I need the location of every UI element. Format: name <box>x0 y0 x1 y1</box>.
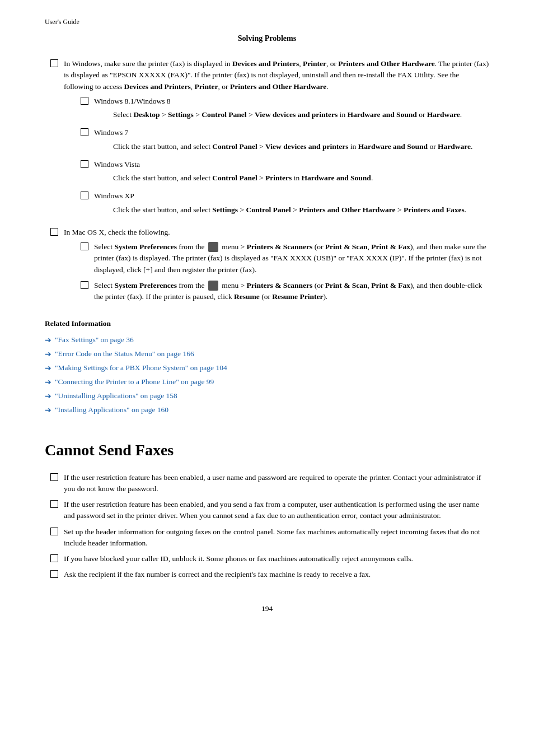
mac1-content: Select System Preferences from the menu … <box>94 241 489 276</box>
win81-content: Windows 8.1/Windows 8 Select Desktop > S… <box>94 96 489 123</box>
windows-content: In Windows, make sure the printer (fax) … <box>64 58 489 222</box>
checkbox-windows <box>50 59 58 67</box>
checkbox-cs4 <box>50 554 58 562</box>
arrow-icon-2: ➔ <box>45 348 51 360</box>
mac-bullet: In Mac OS X, check the following. Select… <box>45 227 489 307</box>
related-links-list: ➔ "Fax Settings" on page 36 ➔ "Error Cod… <box>45 334 489 416</box>
mac-sub-item-1: Select System Preferences from the menu … <box>81 241 489 276</box>
win7-content: Windows 7 Click the start button, and se… <box>94 127 489 155</box>
checkbox-winxp <box>81 192 88 199</box>
link-uninstalling[interactable]: "Uninstalling Applications" on page 158 <box>55 390 177 402</box>
cs1-content: If the user restriction feature has been… <box>64 472 489 495</box>
mac-sub-list: Select System Preferences from the menu … <box>64 241 489 302</box>
link-item-2: ➔ "Error Code on the Status Menu" on pag… <box>45 348 489 360</box>
winxp-content: Windows XP Click the start button, and s… <box>94 190 489 218</box>
link-item-3: ➔ "Making Settings for a PBX Phone Syste… <box>45 362 489 374</box>
winvista-detail: Click the start button, and select Contr… <box>94 172 489 184</box>
checkbox-cs1 <box>50 473 58 481</box>
mac-content: In Mac OS X, check the following. Select… <box>64 227 489 307</box>
windows-bullet: In Windows, make sure the printer (fax) … <box>45 58 489 222</box>
related-info-heading: Related Information <box>45 318 489 329</box>
checkbox-cs2 <box>50 500 58 508</box>
apple-icon-1 <box>208 242 218 252</box>
cannot-send-list: If the user restriction feature has been… <box>45 472 489 581</box>
link-fax-settings[interactable]: "Fax Settings" on page 36 <box>55 334 134 346</box>
link-item-1: ➔ "Fax Settings" on page 36 <box>45 334 489 346</box>
checkbox-win7 <box>81 128 88 136</box>
cannot-send-item-3: Set up the header information for outgoi… <box>45 526 489 549</box>
link-pbx[interactable]: "Making Settings for a PBX Phone System"… <box>55 362 227 374</box>
cs4-content: If you have blocked your caller ID, unbl… <box>64 553 489 564</box>
cannot-send-item-2: If the user restriction feature has been… <box>45 499 489 522</box>
win81-detail: Select Desktop > Settings > Control Pane… <box>94 109 489 120</box>
arrow-icon-4: ➔ <box>45 376 51 388</box>
winxp-detail: Click the start button, and select Setti… <box>94 204 489 216</box>
cannot-send-item-5: Ask the recipient if the fax number is c… <box>45 569 489 580</box>
windows-xp-item: Windows XP Click the start button, and s… <box>81 190 489 218</box>
link-item-6: ➔ "Installing Applications" on page 160 <box>45 404 489 416</box>
page-number: 194 <box>45 603 489 614</box>
mac-sub-item-2: Select System Preferences from the menu … <box>81 280 489 303</box>
checkbox-mac2 <box>81 281 88 289</box>
checkbox-cs5 <box>50 570 58 578</box>
link-item-5: ➔ "Uninstalling Applications" on page 15… <box>45 390 489 402</box>
checkbox-mac1 <box>81 242 88 250</box>
cannot-send-item-1: If the user restriction feature has been… <box>45 472 489 495</box>
checkbox-winvista <box>81 160 88 168</box>
cs5-content: Ask the recipient if the fax number is c… <box>64 569 489 580</box>
cs3-content: Set up the header information for outgoi… <box>64 526 489 549</box>
related-info-section: Related Information ➔ "Fax Settings" on … <box>45 318 489 416</box>
cannot-send-heading: Cannot Send Faxes <box>45 438 489 462</box>
windows-sub-list: Windows 8.1/Windows 8 Select Desktop > S… <box>64 96 489 218</box>
arrow-icon-5: ➔ <box>45 390 51 402</box>
link-installing[interactable]: "Installing Applications" on page 160 <box>55 404 168 416</box>
windows-81-item: Windows 8.1/Windows 8 Select Desktop > S… <box>81 96 489 123</box>
cannot-send-item-4: If you have blocked your caller ID, unbl… <box>45 553 489 564</box>
checkbox-win81 <box>81 97 88 105</box>
arrow-icon-6: ➔ <box>45 404 51 416</box>
checkbox-mac <box>50 228 58 236</box>
link-connecting[interactable]: "Connecting the Printer to a Phone Line"… <box>55 376 214 388</box>
cs2-content: If the user restriction feature has been… <box>64 499 489 522</box>
apple-icon-2 <box>208 281 218 291</box>
cannot-send-section: Cannot Send Faxes If the user restrictio… <box>45 438 489 581</box>
link-error-code[interactable]: "Error Code on the Status Menu" on page … <box>55 348 194 360</box>
mac2-content: Select System Preferences from the menu … <box>94 280 489 303</box>
link-item-4: ➔ "Connecting the Printer to a Phone Lin… <box>45 376 489 388</box>
main-bullet-list: In Windows, make sure the printer (fax) … <box>45 58 489 307</box>
windows-7-item: Windows 7 Click the start button, and se… <box>81 127 489 155</box>
user-guide-label: User's Guide <box>45 17 489 27</box>
windows-vista-item: Windows Vista Click the start button, an… <box>81 159 489 186</box>
page-title: Solving Problems <box>45 32 489 44</box>
arrow-icon-1: ➔ <box>45 334 51 346</box>
checkbox-cs3 <box>50 528 58 535</box>
arrow-icon-3: ➔ <box>45 362 51 374</box>
winvista-content: Windows Vista Click the start button, an… <box>94 159 489 186</box>
win7-detail: Click the start button, and select Contr… <box>94 141 489 152</box>
